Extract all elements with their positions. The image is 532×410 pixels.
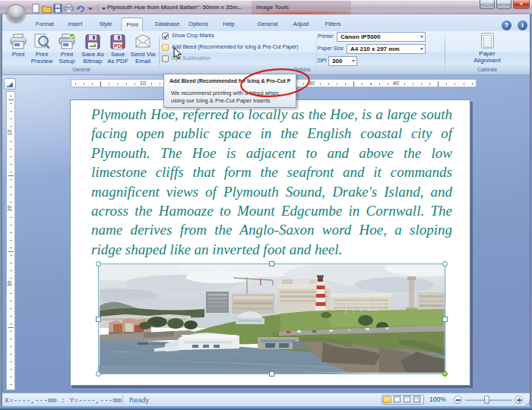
svg-text:PDF: PDF xyxy=(114,43,125,49)
